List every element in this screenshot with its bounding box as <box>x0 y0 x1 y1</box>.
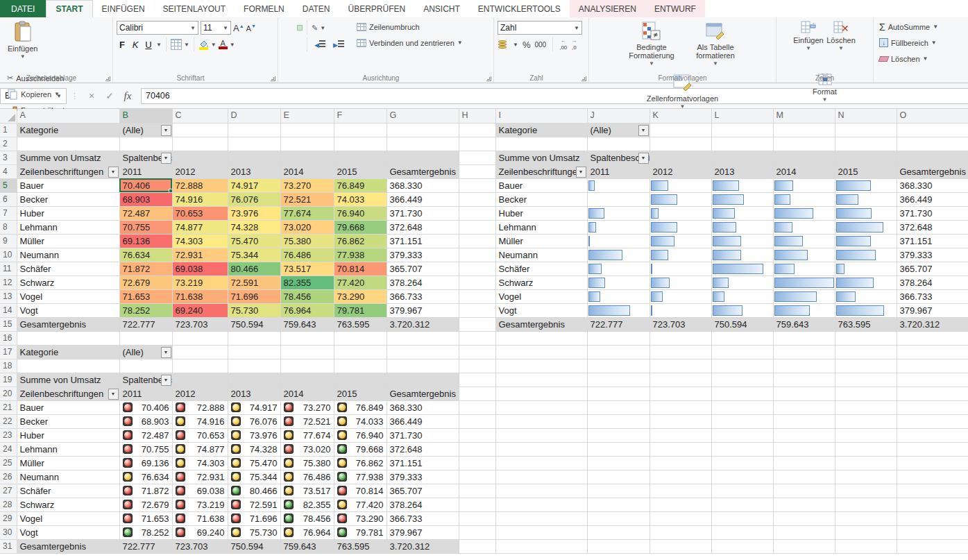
cell-I18[interactable] <box>495 359 587 373</box>
cell-K11[interactable] <box>649 262 711 275</box>
cell-G9[interactable]: 371.151 <box>387 234 459 248</box>
cell-C17[interactable] <box>172 345 228 359</box>
fill-color-button[interactable] <box>198 40 209 50</box>
filter-dropdown-button[interactable]: ▼ <box>161 153 171 164</box>
cell-A18[interactable] <box>17 359 119 373</box>
row-header-29[interactable]: 29 <box>0 511 17 525</box>
cell-D2[interactable] <box>228 137 280 151</box>
cell-F9[interactable]: 76.862 <box>334 234 387 248</box>
cell-J3[interactable]: Spaltenbeschriftungen▼ <box>587 151 649 164</box>
cell-C1[interactable] <box>172 123 228 137</box>
cell-E4[interactable]: 2014 <box>280 164 334 178</box>
cell-L12[interactable] <box>711 275 773 289</box>
cell-L10[interactable] <box>711 248 773 262</box>
cell-H16[interactable] <box>459 331 495 345</box>
cell-H30[interactable] <box>459 525 495 539</box>
cell-H25[interactable] <box>459 456 495 470</box>
cell-J9[interactable] <box>587 234 649 248</box>
cell-C21[interactable]: 72.888 <box>172 400 228 414</box>
cell-A22[interactable]: Becker <box>17 414 119 428</box>
decrease-font-icon[interactable]: A▼ <box>246 24 256 33</box>
cell-H8[interactable] <box>459 220 495 234</box>
cell-F7[interactable]: 76.940 <box>334 206 387 220</box>
increase-decimal-button[interactable]: ←,00 <box>559 37 567 51</box>
column-header-D[interactable]: D <box>228 109 280 123</box>
filter-dropdown-button[interactable]: ▼ <box>161 125 171 136</box>
cell-D22[interactable]: 76.076 <box>228 414 280 428</box>
cell-H22[interactable] <box>459 414 495 428</box>
column-header-C[interactable]: C <box>172 109 228 123</box>
font-dialog-launcher[interactable] <box>271 76 275 81</box>
cell-H26[interactable] <box>459 470 495 484</box>
cell-J26[interactable] <box>587 470 649 484</box>
cell-K3[interactable] <box>649 151 711 164</box>
cell-F14[interactable]: 79.781 <box>334 303 387 317</box>
cell-I20[interactable] <box>495 387 587 400</box>
cell-K9[interactable] <box>649 234 711 248</box>
ribbon-tab-daten[interactable]: DATEN <box>294 0 339 17</box>
cell-O23[interactable] <box>897 428 968 442</box>
cell-B31[interactable]: 722.777 <box>119 539 172 553</box>
borders-dropdown-arrow[interactable]: ▼ <box>184 42 189 48</box>
cell-G16[interactable] <box>387 331 459 345</box>
cell-I8[interactable]: Lehmann <box>495 220 587 234</box>
autosum-button[interactable]: Σ AutoSumme▼ <box>877 19 940 34</box>
cell-D24[interactable]: 74.328 <box>228 442 280 456</box>
row-header-17[interactable]: 17 <box>0 345 17 359</box>
cell-B26[interactable]: 76.634 <box>119 470 172 484</box>
cell-H11[interactable] <box>459 262 495 275</box>
cell-I4[interactable]: Zeilenbeschriftungen▼ <box>495 164 587 178</box>
cell-H28[interactable] <box>459 498 495 511</box>
cell-E10[interactable]: 76.486 <box>280 248 334 262</box>
filter-dropdown-button[interactable]: ▼ <box>161 375 171 386</box>
cell-L23[interactable] <box>711 428 773 442</box>
cell-K19[interactable] <box>649 373 711 387</box>
column-header-H[interactable]: H <box>459 109 495 123</box>
cell-O25[interactable] <box>897 456 968 470</box>
paste-dropdown-arrow[interactable]: ▼ <box>20 53 26 61</box>
cell-C19[interactable] <box>172 373 228 387</box>
cell-K24[interactable] <box>649 442 711 456</box>
cell-G31[interactable]: 3.720.312 <box>387 539 459 553</box>
cell-F3[interactable] <box>334 151 387 164</box>
row-header-28[interactable]: 28 <box>0 498 17 511</box>
cell-J23[interactable] <box>587 428 649 442</box>
cell-B22[interactable]: 68.903 <box>119 414 172 428</box>
cell-H7[interactable] <box>459 206 495 220</box>
filter-dropdown-button[interactable]: ▼ <box>108 389 119 400</box>
cell-A2[interactable] <box>17 137 119 151</box>
cell-B8[interactable]: 70.755 <box>119 220 172 234</box>
cell-N23[interactable] <box>835 428 897 442</box>
ribbon-tab-formeln[interactable]: FORMELN <box>235 0 294 17</box>
cell-N11[interactable] <box>835 262 897 275</box>
cell-I21[interactable] <box>495 400 587 414</box>
accounting-format-icon[interactable] <box>498 39 509 50</box>
cell-F20[interactable]: 2015 <box>334 387 387 400</box>
percent-style-button[interactable]: % <box>523 40 531 50</box>
cell-A11[interactable]: Schäfer <box>17 262 119 275</box>
ribbon-tab-überprüfen[interactable]: ÜBERPRÜFEN <box>339 0 415 17</box>
cell-J12[interactable] <box>587 275 649 289</box>
row-header-18[interactable]: 18 <box>0 359 17 373</box>
cell-D23[interactable]: 73.976 <box>228 428 280 442</box>
cell-J29[interactable] <box>587 511 649 525</box>
row-header-26[interactable]: 26 <box>0 470 17 484</box>
cell-E15[interactable]: 759.643 <box>280 317 334 331</box>
cell-O18[interactable] <box>897 359 968 373</box>
cell-D10[interactable]: 75.344 <box>228 248 280 262</box>
cell-E12[interactable]: 82.355 <box>280 275 334 289</box>
cell-E27[interactable]: 73.517 <box>280 484 334 498</box>
cell-M8[interactable] <box>773 220 835 234</box>
cell-B4[interactable]: 2011 <box>119 164 172 178</box>
column-header-B[interactable]: B <box>119 109 172 123</box>
cell-N29[interactable] <box>835 511 897 525</box>
cell-E22[interactable]: 72.521 <box>280 414 334 428</box>
row-header-27[interactable]: 27 <box>0 484 17 498</box>
cell-A3[interactable]: Summe von Umsatz <box>17 151 119 164</box>
column-header-F[interactable]: F <box>334 109 387 123</box>
decrease-indent-button[interactable]: ◀ <box>312 37 328 51</box>
row-header-21[interactable]: 21 <box>0 400 17 414</box>
cell-C28[interactable]: 73.219 <box>172 498 228 511</box>
cell-M17[interactable] <box>773 345 835 359</box>
increase-indent-button[interactable]: ▶ <box>330 37 347 51</box>
